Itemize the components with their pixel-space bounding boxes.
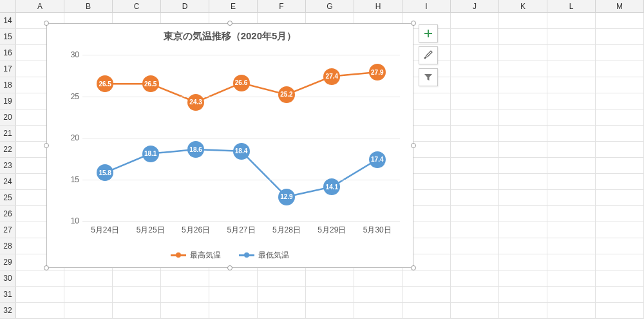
cell-L14[interactable]: [547, 13, 596, 28]
column-header-B[interactable]: B: [64, 0, 113, 12]
cell-K22[interactable]: [499, 142, 547, 157]
row-header-32[interactable]: 32: [0, 303, 16, 318]
cell-K16[interactable]: [499, 45, 547, 61]
cell-J15[interactable]: [451, 29, 499, 44]
cell-M14[interactable]: [596, 13, 644, 28]
data-marker[interactable]: 25.2: [278, 86, 295, 103]
cell-M32[interactable]: [596, 303, 644, 318]
resize-handle-bl[interactable]: [44, 265, 49, 270]
cell-M16[interactable]: [596, 45, 644, 61]
cell-J19[interactable]: [451, 93, 499, 109]
cell-D30[interactable]: [161, 270, 209, 286]
cell-G31[interactable]: [306, 287, 354, 302]
resize-handle-tr[interactable]: [411, 21, 416, 26]
row-header-18[interactable]: 18: [0, 77, 16, 93]
row-header-20[interactable]: 20: [0, 109, 16, 125]
data-marker[interactable]: 27.4: [323, 68, 340, 85]
cell-M23[interactable]: [596, 158, 644, 173]
cell-M17[interactable]: [596, 61, 644, 77]
row-header-16[interactable]: 16: [0, 45, 16, 61]
chart-object[interactable]: 東京の気温推移（2020年5月） 101520253026.526.524.32…: [46, 23, 413, 268]
row-header-21[interactable]: 21: [0, 126, 16, 141]
cell-L17[interactable]: [547, 61, 596, 77]
cell-J22[interactable]: [451, 142, 499, 157]
cell-J29[interactable]: [451, 254, 499, 270]
cell-K30[interactable]: [499, 270, 547, 286]
row-header-23[interactable]: 23: [0, 158, 16, 173]
cell-M29[interactable]: [596, 254, 644, 270]
cell-I32[interactable]: [402, 303, 451, 318]
legend-item-low[interactable]: 最低気温: [239, 250, 289, 261]
cell-H32[interactable]: [354, 303, 402, 318]
cell-K17[interactable]: [499, 61, 547, 77]
column-header-G[interactable]: G: [306, 0, 354, 12]
cell-L15[interactable]: [547, 29, 596, 44]
data-marker[interactable]: 12.9: [278, 189, 295, 205]
data-marker[interactable]: 24.3: [187, 94, 204, 111]
resize-handle-r[interactable]: [411, 143, 416, 148]
resize-handle-t[interactable]: [227, 21, 232, 26]
cell-A32[interactable]: [16, 303, 64, 318]
legend[interactable]: 最高気温 最低気温: [47, 249, 413, 261]
row-header-22[interactable]: 22: [0, 142, 16, 157]
cell-K20[interactable]: [499, 109, 547, 125]
cell-E32[interactable]: [209, 303, 258, 318]
cell-J27[interactable]: [451, 222, 499, 238]
chart-elements-button[interactable]: [419, 24, 438, 43]
resize-handle-tl[interactable]: [44, 21, 49, 26]
cell-K23[interactable]: [499, 158, 547, 173]
cell-J14[interactable]: [451, 13, 499, 28]
chart-filter-button[interactable]: [419, 68, 438, 86]
cell-M19[interactable]: [596, 93, 644, 109]
cell-M27[interactable]: [596, 222, 644, 238]
cell-J16[interactable]: [451, 45, 499, 61]
cell-J32[interactable]: [451, 303, 499, 318]
cell-L31[interactable]: [547, 287, 596, 302]
resize-handle-b[interactable]: [227, 265, 232, 270]
row-header-15[interactable]: 15: [0, 29, 16, 44]
cell-J21[interactable]: [451, 126, 499, 141]
cell-K27[interactable]: [499, 222, 547, 238]
cell-M25[interactable]: [596, 190, 644, 205]
cell-A31[interactable]: [16, 287, 64, 302]
cell-M24[interactable]: [596, 174, 644, 189]
cell-J17[interactable]: [451, 61, 499, 77]
cell-L18[interactable]: [547, 77, 596, 93]
select-all-corner[interactable]: [0, 0, 16, 12]
cell-M26[interactable]: [596, 206, 644, 222]
cell-L30[interactable]: [547, 270, 596, 286]
cell-J30[interactable]: [451, 270, 499, 286]
data-marker[interactable]: 15.8: [97, 164, 113, 181]
cell-M22[interactable]: [596, 142, 644, 157]
column-header-C[interactable]: C: [113, 0, 161, 12]
row-header-25[interactable]: 25: [0, 190, 16, 205]
cell-B32[interactable]: [64, 303, 113, 318]
data-marker[interactable]: 14.1: [323, 178, 340, 195]
cell-F32[interactable]: [258, 303, 306, 318]
cell-B31[interactable]: [64, 287, 113, 302]
cell-D31[interactable]: [161, 287, 209, 302]
data-marker[interactable]: 18.4: [233, 143, 250, 160]
cell-L29[interactable]: [547, 254, 596, 270]
cell-K25[interactable]: [499, 190, 547, 205]
column-header-K[interactable]: K: [499, 0, 547, 12]
cell-C32[interactable]: [113, 303, 161, 318]
cell-K29[interactable]: [499, 254, 547, 270]
row-header-17[interactable]: 17: [0, 61, 16, 77]
row-header-24[interactable]: 24: [0, 174, 16, 189]
data-marker[interactable]: 17.4: [369, 151, 386, 168]
cell-L28[interactable]: [547, 238, 596, 254]
cell-J18[interactable]: [451, 77, 499, 93]
column-header-H[interactable]: H: [354, 0, 402, 12]
cell-M18[interactable]: [596, 77, 644, 93]
cell-L23[interactable]: [547, 158, 596, 173]
row-header-27[interactable]: 27: [0, 222, 16, 238]
row-header-31[interactable]: 31: [0, 287, 16, 302]
cell-L22[interactable]: [547, 142, 596, 157]
cell-L20[interactable]: [547, 109, 596, 125]
data-marker[interactable]: 26.5: [142, 75, 159, 92]
resize-handle-br[interactable]: [411, 265, 416, 270]
row-header-28[interactable]: 28: [0, 238, 16, 254]
row-header-29[interactable]: 29: [0, 254, 16, 270]
cell-J24[interactable]: [451, 174, 499, 189]
